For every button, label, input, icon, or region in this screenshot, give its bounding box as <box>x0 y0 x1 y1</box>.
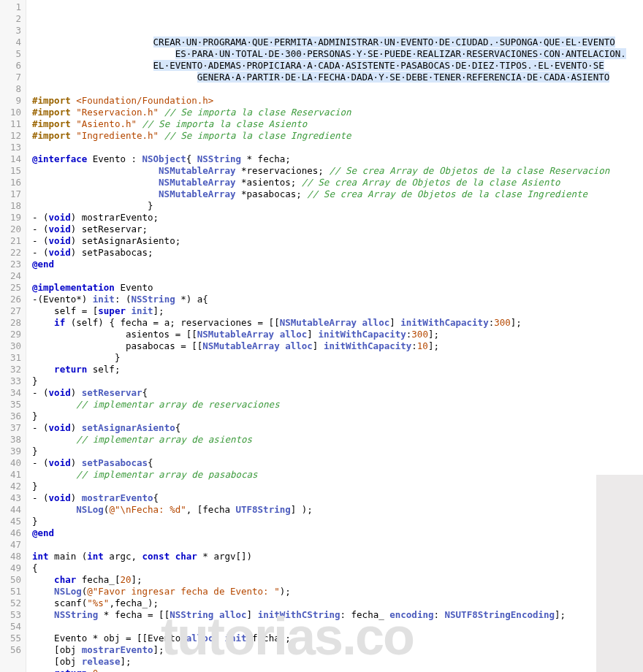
line-number[interactable]: 36 <box>1 411 21 422</box>
code-line[interactable] <box>32 270 643 282</box>
code-line[interactable] <box>32 539 643 551</box>
line-number[interactable]: 25 <box>1 282 21 294</box>
code-line[interactable]: pasabocas = [[NSMutableArray alloc] init… <box>32 340 643 352</box>
code-line[interactable]: GENERA·A·PARTIR·DE·LA·FECHA·DADA·Y·SE·DE… <box>32 72 643 83</box>
code-line[interactable]: NSMutableArray *asientos; // Se crea Arr… <box>32 177 643 188</box>
code-area[interactable]: CREAR·UN·PROGRAMA·QUE·PERMITA·ADMINISTRA… <box>26 0 643 672</box>
line-number[interactable]: 23 <box>1 259 21 270</box>
code-line[interactable]: NSMutableArray *reservaciones; // Se cre… <box>32 165 643 177</box>
line-number[interactable]: 19 <box>1 212 21 224</box>
line-number-gutter[interactable]: 1234567891011121314151617181920212223242… <box>0 0 26 672</box>
line-number[interactable]: 42 <box>1 481 21 492</box>
code-line[interactable]: NSLog(@"\nFecha: %d", [fecha UTF8String]… <box>32 504 643 516</box>
line-number[interactable]: 28 <box>1 317 21 329</box>
line-number[interactable]: 24 <box>1 270 21 282</box>
line-number[interactable]: 16 <box>1 177 21 188</box>
code-line[interactable]: [obj release]; <box>32 656 643 668</box>
line-number[interactable]: 20 <box>1 224 21 235</box>
code-line[interactable]: #import "Reservacion.h" // Se importa la… <box>32 107 643 118</box>
code-line[interactable]: CREAR·UN·PROGRAMA·QUE·PERMITA·ADMINISTRA… <box>32 37 643 48</box>
code-line[interactable]: // implementar array de reservaciones <box>32 399 643 411</box>
code-line[interactable]: #import "Asiento.h" // Se importa la cla… <box>32 118 643 130</box>
code-line[interactable]: self = [super init]; <box>32 305 643 317</box>
code-line[interactable]: - (void) mostrarEvento{ <box>32 492 643 504</box>
line-number[interactable]: 47 <box>1 539 21 551</box>
code-line[interactable]: ES·PARA·UN·TOTAL·DE·300·PERSONAS·Y·SE·PU… <box>32 48 643 60</box>
line-number[interactable]: 40 <box>1 457 21 469</box>
line-number[interactable]: 27 <box>1 305 21 317</box>
line-number[interactable]: 33 <box>1 375 21 387</box>
code-line[interactable]: } <box>32 352 643 364</box>
line-number[interactable]: 46 <box>1 527 21 539</box>
line-number[interactable]: 50 <box>1 574 21 586</box>
line-number[interactable]: 6 <box>1 60 21 72</box>
line-number[interactable]: 55 <box>1 633 21 644</box>
code-line[interactable]: } <box>32 375 643 387</box>
code-line[interactable]: - (void) setReservar; <box>32 224 643 235</box>
code-line[interactable]: NSMutableArray *pasabocas; // Se crea Ar… <box>32 188 643 200</box>
line-number[interactable]: 9 <box>1 95 21 107</box>
code-line[interactable]: scanf("%s",fecha_); <box>32 597 643 609</box>
code-line[interactable]: - (void) mostrarEvento; <box>32 212 643 224</box>
code-line[interactable]: } <box>32 446 643 457</box>
line-number[interactable]: 17 <box>1 188 21 200</box>
code-line[interactable]: // implementar array de pasabocas <box>32 469 643 481</box>
code-line[interactable]: char fecha_[20]; <box>32 574 643 586</box>
code-line[interactable]: NSLog(@"Favor ingresar fecha de Evento: … <box>32 586 643 597</box>
line-number[interactable]: 51 <box>1 586 21 597</box>
line-number[interactable]: 56 <box>1 644 21 656</box>
code-line[interactable] <box>32 621 643 633</box>
code-line[interactable]: - (void) setPasabocas; <box>32 247 643 259</box>
line-number[interactable]: 22 <box>1 247 21 259</box>
line-number[interactable]: 44 <box>1 504 21 516</box>
line-number[interactable]: 49 <box>1 562 21 574</box>
code-line[interactable]: if (self) { fecha = a; reservaciones = [… <box>32 317 643 329</box>
line-number[interactable]: 37 <box>1 422 21 434</box>
code-line[interactable]: [obj mostrarEvento]; <box>32 644 643 656</box>
line-number[interactable]: 5 <box>1 48 21 60</box>
line-number[interactable]: 48 <box>1 551 21 562</box>
line-number[interactable]: 43 <box>1 492 21 504</box>
code-line[interactable]: #import "Ingrediente.h" // Se importa la… <box>32 130 643 142</box>
line-number[interactable]: 7 <box>1 72 21 83</box>
line-number[interactable]: 3 <box>1 25 21 37</box>
line-number[interactable]: 10 <box>1 107 21 118</box>
code-line[interactable]: EL·EVENTO·ADEMAS·PROPICIARA·A·CADA·ASIST… <box>32 60 643 72</box>
code-line[interactable] <box>32 142 643 153</box>
code-line[interactable]: } <box>32 411 643 422</box>
line-number[interactable]: 39 <box>1 446 21 457</box>
code-line[interactable]: asientos = [[NSMutableArray alloc] initW… <box>32 329 643 340</box>
line-number[interactable]: 18 <box>1 200 21 212</box>
line-number[interactable]: 32 <box>1 364 21 375</box>
line-number[interactable]: 30 <box>1 340 21 352</box>
code-line[interactable]: @end <box>32 259 643 270</box>
line-number[interactable]: 41 <box>1 469 21 481</box>
line-number[interactable]: 31 <box>1 352 21 364</box>
code-line[interactable]: @implementation Evento <box>32 282 643 294</box>
code-line[interactable]: } <box>32 200 643 212</box>
line-number[interactable]: 34 <box>1 387 21 399</box>
code-line[interactable]: // implementar array de asientos <box>32 434 643 446</box>
code-line[interactable]: - (void) setPasabocas{ <box>32 457 643 469</box>
line-number[interactable]: 38 <box>1 434 21 446</box>
line-number[interactable]: 35 <box>1 399 21 411</box>
line-number[interactable]: 29 <box>1 329 21 340</box>
code-line[interactable]: -(Evento*) init: (NSString *) a{ <box>32 294 643 305</box>
line-number[interactable]: 2 <box>1 13 21 25</box>
code-line[interactable]: - (void) setAsignarAsiento; <box>32 235 643 247</box>
line-number[interactable]: 15 <box>1 165 21 177</box>
code-line[interactable]: } <box>32 516 643 527</box>
line-number[interactable]: 1 <box>1 1 21 13</box>
code-line[interactable]: - (void) setAsignarAsiento{ <box>32 422 643 434</box>
scrollbar-track[interactable] <box>596 475 643 672</box>
code-line[interactable]: - (void) setReservar{ <box>32 387 643 399</box>
line-number[interactable]: 26 <box>1 294 21 305</box>
line-number[interactable]: 52 <box>1 597 21 609</box>
line-number[interactable]: 8 <box>1 83 21 95</box>
line-number[interactable]: 53 <box>1 609 21 621</box>
code-line[interactable]: NSString * fecha = [[NSString alloc] ini… <box>32 609 643 621</box>
code-line[interactable]: } <box>32 481 643 492</box>
line-number[interactable]: 14 <box>1 153 21 165</box>
code-line[interactable]: @interface Evento : NSObject{ NSString *… <box>32 153 643 165</box>
code-line[interactable]: { <box>32 562 643 574</box>
